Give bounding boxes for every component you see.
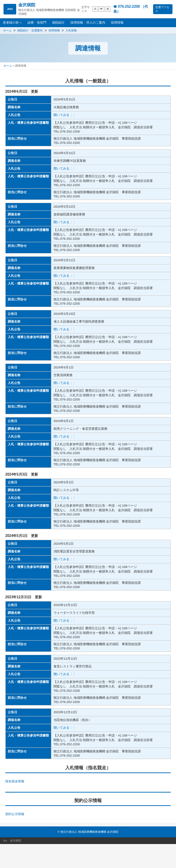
label-nyuusatsu-1: 入札公告 xyxy=(6,111,51,119)
breadcrumb-home[interactable]: ホーム xyxy=(4,64,12,67)
text-size-small-button[interactable]: 小 xyxy=(92,6,98,12)
text-size-large-button[interactable]: 大 xyxy=(105,6,111,12)
nyuusatsu-link-2[interactable]: 開いてみる xyxy=(54,167,69,170)
nav-item-hospital[interactable]: 病院紹介 xyxy=(49,18,68,27)
label-koukokudate-8: 公告日 xyxy=(6,479,51,487)
label-shinsei-10: 入札・積算公告参加申請書類 xyxy=(6,625,51,641)
label-choutatsumei-1: 調達名称 xyxy=(6,104,51,111)
access-button[interactable]: 交通アクセス xyxy=(153,4,172,14)
date-label-1: 2024年6月1日 更新 xyxy=(5,89,171,94)
pdf-icon-5: 📄 xyxy=(71,328,75,331)
nav-item-patients[interactable]: 患者様の皆へ xyxy=(0,18,25,27)
nyuusatsu-link-4[interactable]: 開いてみる xyxy=(54,274,69,277)
nav-item-recruit[interactable]: 採用情報・求人のご案内 xyxy=(68,18,108,27)
label-nyuusatsu-5: 入札公告 xyxy=(6,326,51,334)
subnav-hospital[interactable]: 病院紹介・交通案内 xyxy=(16,28,44,33)
date-group-3: 2024年5月1日 更新 公告日 2024年5月2日 調達名称 消防署設置安全管… xyxy=(5,533,171,591)
label-nyuusatsu-7: 入札公告 xyxy=(6,433,51,441)
subnav-sep3: > xyxy=(62,28,64,33)
nyuusatsu-link-8[interactable]: 開いてみる xyxy=(54,496,69,500)
link-contract-notice[interactable]: 契約公示情報 xyxy=(5,812,24,817)
label-nyuusatsu-3: 入札公告 xyxy=(6,219,51,226)
main-nav: 患者様の皆へ 診療・各部門 病院紹介 採用情報・求人のご案内 採用情報 xyxy=(0,18,176,27)
label-nyuusatsu-2: 入札公告 xyxy=(6,165,51,173)
tender-entry-3: 公告日 2024年5月22日 調達名称 放射線防護扉修繕業務 入札公告 開いてみ… xyxy=(5,203,171,253)
label-shinsei-6: 入札・積算公告参加申請書類 xyxy=(6,387,51,403)
value-shinsei-4: 【入札公告参加申請】費用日立(公告・申請・A) 108ページ閲覧なし 入札方法:… xyxy=(51,280,171,296)
logo-icon: JHO xyxy=(4,4,16,14)
bottom-links: 指名競走情報 xyxy=(5,776,171,787)
value-nyuusatsu-7: 開いてみる 📄 xyxy=(51,433,171,441)
value-toiawase-7: 独立行政法人 地域医療機能推進機構 金沢病院 事業部総括課TEL:076-252… xyxy=(51,457,171,468)
date-group-1: 2024年6月1日 更新 公告日 2024年5月31日 調達名称 火報設備点検業… xyxy=(5,89,171,468)
value-nyuusatsu-2: 開いてみる 📄 xyxy=(51,165,171,173)
value-choutatsumei-7: 厨房クリーニング・食堂営業委託業務 xyxy=(51,425,171,433)
nyuusatsu-link-11[interactable]: 開いてみる xyxy=(54,672,69,676)
date-label-4: 2023年12月31日 更新 xyxy=(5,595,171,600)
label-koukokudate-3: 公告日 xyxy=(6,203,51,211)
nyuusatsu-link-10[interactable]: 開いてみる xyxy=(54,619,69,622)
nyuusatsu-link-3[interactable]: 開いてみる xyxy=(54,220,69,224)
footer-text: © 独立行政法人 地域医療機能推進機構 金沢病院 xyxy=(58,830,119,833)
section-divider xyxy=(5,792,171,793)
site-logo: JHO 金沢病院 独立行政法人 地域医療機能推進機構 北陸病院 金沢病院 xyxy=(4,2,81,16)
nyuusatsu-link-5[interactable]: 開いてみる xyxy=(54,328,69,331)
pdf-icon-3: 📄 xyxy=(71,221,75,224)
value-koukokudate-6: 2024年6月1日 xyxy=(51,364,171,372)
logo-icon-text: JHO xyxy=(7,7,13,11)
link-named-tender[interactable]: 指名競走情報 xyxy=(5,779,24,784)
label-shinsei-11: 入札・積算公告参加申請書類 xyxy=(6,678,51,694)
label-toiawase-3: 担当に問合せ xyxy=(6,242,51,253)
tender-entry-6: 公告日 2024年6月1日 調達名称 空業清掃業務 入札公告 開いてみる 📄 入… xyxy=(5,363,171,414)
label-shinsei-2: 入札・積算公告参加申請書類 xyxy=(6,173,51,189)
label-choutatsumei-10: 調達名称 xyxy=(6,609,51,617)
nyuusatsu-link-1[interactable]: 開いてみる xyxy=(54,113,69,117)
label-toiawase-7: 担当に問合せ xyxy=(6,457,51,468)
pdf-icon-10: 📄 xyxy=(71,619,75,622)
label-koukokudate-10: 公告日 xyxy=(6,601,51,609)
nyuusatsu-link-6[interactable]: 開いてみる xyxy=(54,381,69,385)
nav-item-recruit2[interactable]: 採用情報 xyxy=(108,18,126,27)
value-choutatsumei-11: 食堂レストラン運営代替品 xyxy=(51,663,171,671)
label-nyuusatsu-6: 入札公告 xyxy=(6,379,51,387)
value-shinsei-1: 【入札公告参加申請】費用日立(公告・申請・A) 108ページ閲覧なし 入札方法:… xyxy=(51,119,171,135)
tender-entry-12: 公告日 2023年12月12日 調達名称 当院地位強化機器（初歩） 入札公告 開… xyxy=(5,708,171,759)
value-nyuusatsu-8: 開いてみる 📄 xyxy=(51,494,171,502)
subnav-sep1: > xyxy=(13,28,15,33)
label-toiawase-1: 担当に問合せ xyxy=(6,135,51,146)
subnav-home[interactable]: ホーム xyxy=(2,28,13,33)
value-shinsei-3: 【入札公告参加申請】費用日立(公告・申請・A) 108ページ閲覧なし 入札方法:… xyxy=(51,226,171,242)
tender-entry-4: 公告日 2024年5月21日 調達名称 産業廃棄物収集運搬処理業務 入札公告 開… xyxy=(5,256,171,307)
value-shinsei-11: 【入札公告参加申請】費用日立(公告・申請・A) 108ページ閲覧なし 入札方法:… xyxy=(51,678,171,694)
subnav-tender[interactable]: 入札情報 xyxy=(64,28,78,33)
value-nyuusatsu-4: 開いてみる 📄 xyxy=(51,272,171,280)
value-choutatsumei-3: 放射線防護扉修繕業務 xyxy=(51,211,171,219)
value-shinsei-7: 【入札公告参加申請】費用日立(公告・申請・A) 108ページ閲覧なし 入札方法:… xyxy=(51,441,171,457)
value-choutatsumei-10: ウォータースライド仕様学習 xyxy=(51,609,171,617)
nyuusatsu-link-7[interactable]: 開いてみる xyxy=(54,435,69,438)
pdf-icon-12: 📄 xyxy=(71,726,75,729)
label-shinsei-4: 入札・積算公告参加申請書類 xyxy=(6,280,51,296)
value-shinsei-2: 【入札公告参加申請】費用日立(公告・申請・A) 108ページ閲覧なし 入札方法:… xyxy=(51,173,171,189)
label-shinsei-8: 入札・積算公告参加申請書類 xyxy=(6,502,51,518)
value-toiawase-5: 独立行政法人 地域医療機能推進機構 金沢病院 事業部総括課TEL:076-252… xyxy=(51,349,171,361)
pdf-icon-9: 📄 xyxy=(71,558,75,561)
label-toiawase-9: 担当に問合せ xyxy=(6,579,51,591)
nyuusatsu-link-9[interactable]: 開いてみる xyxy=(54,557,69,561)
date-group-4: 2023年12月31日 更新 公告日 2023年12月12日 調達名称 ウォータ… xyxy=(5,595,171,759)
label-choutatsumei-7: 調達名称 xyxy=(6,425,51,433)
value-choutatsumei-4: 産業廃棄物収集運搬処理業務 xyxy=(51,264,171,272)
text-size-medium-button[interactable]: 中 xyxy=(99,6,104,12)
label-shinsei-12: 入札・積算公告参加申請書類 xyxy=(6,732,51,748)
value-shinsei-8: 【入札公告参加申請】費用日立(公告・申請・A) 108ページ閲覧なし 入札方法:… xyxy=(51,502,171,518)
nyuusatsu-link-12[interactable]: 開いてみる xyxy=(54,726,69,729)
value-koukokudate-5: 2024年5月15日 xyxy=(51,310,171,318)
label-shinsei-5: 入札・積算公告参加申請書類 xyxy=(6,334,51,349)
label-koukokudate-11: 公告日 xyxy=(6,655,51,663)
sub-nav: ホーム > 病院紹介・交通案内 > 採用情報 > 入札情報 xyxy=(0,27,176,34)
value-toiawase-4: 独立行政法人 地域医療機能推進機構 金沢病院 事業部総括課TEL:076-252… xyxy=(51,296,171,307)
nav-item-departments[interactable]: 診療・各部門 xyxy=(25,18,49,27)
value-shinsei-9: 【入札公告参加申請】費用日立(公告・申請・A) 108ページ閲覧なし 入札方法:… xyxy=(51,563,171,579)
subnav-recruit[interactable]: 採用情報 xyxy=(48,28,61,33)
value-choutatsumei-2: 本棟空調機TF設置業務 xyxy=(51,157,171,165)
